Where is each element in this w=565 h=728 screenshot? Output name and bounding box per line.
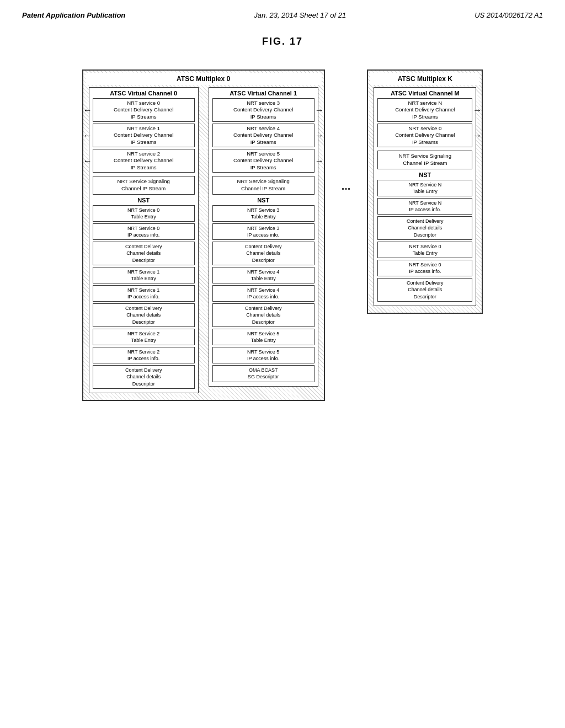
multiplex-k-title: ATSC Multiplex K [370,73,479,85]
channel-1-container: ATSC Virtual Channel 1 NRT service 3 Con… [209,87,318,387]
channel-m-title: ATSC Virtual Channel M [377,90,472,97]
header-left: Patent Application Publication [22,11,125,19]
channel-1-signaling: NRT Service Signaling Channel IP Stream [212,176,315,195]
nst-1-entry-2: Content Delivery Channel details Descrip… [212,242,315,265]
arrow-ch1-s0: → [315,104,324,116]
page-header: Patent Application Publication Jan. 23, … [22,11,543,19]
channel-m-signaling: NRT Service Signaling Channel IP Stream [377,151,472,169]
nst-m-entry-3: NRT Service 0 Table Entry [377,242,472,258]
channel-1-service-2: NRT service 5 Content Delivery Channel I… [212,149,315,173]
nst-0-entry-6: NRT Service 2 Table Entry [93,329,195,345]
arrow-ch0-s0: ← [83,104,92,116]
arrow-ch0-s1: ← [83,130,92,141]
nst-0-entry-2: Content Delivery Channel details Descrip… [93,242,195,265]
channel-m-service-0: NRT service N Content Delivery Channel I… [377,98,472,122]
multiplex-0: ATSC Multiplex 0 ATSC Virtual Channel 0 … [82,69,325,401]
channel-m-nst-label: NST [377,172,472,178]
figure-title: FIG. 17 [22,36,543,47]
channel-m-container: ATSC Virtual Channel M NRT service N Con… [374,87,476,306]
arrow-ch1-s2: → [315,155,324,167]
nst-m-entry-0: NRT Service N Table Entry [377,180,472,196]
nst-1-entry-8: OMA BCAST SG Descriptor [212,365,315,382]
arrow-chm-s0: → [473,104,482,116]
page: Patent Application Publication Jan. 23, … [0,0,565,728]
nst-0-entry-3: NRT Service 1 Table Entry [93,267,195,283]
nst-1-entry-4: NRT Service 4 IP access info. [212,285,315,302]
nst-m-entry-5: Content Delivery Channel details Descrip… [377,278,472,301]
nst-1-entry-7: NRT Service 5 IP access info. [212,347,315,363]
channel-0-container: ATSC Virtual Channel 0 NRT service 0 Con… [89,87,199,393]
nst-m-entry-2: Content Delivery Channel details Descrip… [377,216,472,239]
diagram-area: ATSC Multiplex 0 ATSC Virtual Channel 0 … [22,64,543,406]
nst-0-entry-5: Content Delivery Channel details Descrip… [93,303,195,326]
nst-1-entry-5: Content Delivery Channel details Descrip… [212,303,315,326]
header-right: US 2014/0026172 A1 [475,11,543,19]
channel-0-service-0: NRT service 0 Content Delivery Channel I… [93,98,195,122]
channel-1-nst-label: NST [212,197,315,204]
nst-0-entry-7: NRT Service 2 IP access info. [93,347,195,363]
channel-0-service-1: NRT service 1 Content Delivery Channel I… [93,124,195,147]
channel-1-service-1: NRT service 4 Content Delivery Channel I… [212,124,315,147]
header-center: Jan. 23, 2014 Sheet 17 of 21 [254,11,346,19]
nst-0-entry-1: NRT Service 0 IP access info. [93,223,195,240]
arrow-ch0-s2: ← [83,155,92,167]
nst-1-entry-1: NRT Service 3 IP access info. [212,223,315,240]
nst-0-entry-4: NRT Service 1 IP access info. [93,285,195,302]
channel-m-service-1: NRT service 0 Content Delivery Channel I… [377,124,472,147]
nst-1-entry-0: NRT Service 3 Table Entry [212,205,315,222]
nst-m-entry-4: NRT Service 0 IP access info. [377,260,472,276]
multiplex-0-title: ATSC Multiplex 0 [86,73,322,85]
arrow-chm-s1: → [473,130,482,141]
nst-1-entry-3: NRT Service 4 Table Entry [212,267,315,283]
channel-1: ATSC Virtual Channel 1 NRT service 3 Con… [205,85,322,395]
multiplex-0-columns: ATSC Virtual Channel 0 NRT service 0 Con… [86,85,322,395]
nst-1-entry-6: NRT Service 5 Table Entry [212,329,315,345]
channel-0-service-2: NRT service 2 Content Delivery Channel I… [93,149,195,173]
channel-1-service-0: NRT service 3 Content Delivery Channel I… [212,98,315,122]
multiplex-k: ATSC Multiplex K ATSC Virtual Channel M … [367,69,483,314]
nst-m-entry-1: NRT Service N IP access info. [377,198,472,215]
channel-0-nst-label: NST [93,197,195,204]
channel-0: ATSC Virtual Channel 0 NRT service 0 Con… [86,85,202,395]
nst-0-entry-8: Content Delivery Channel details Descrip… [93,365,195,388]
channel-1-title: ATSC Virtual Channel 1 [212,90,315,97]
channel-0-signaling: NRT Service Signaling Channel IP Stream [93,176,195,195]
channel-0-title: ATSC Virtual Channel 0 [93,90,195,97]
ellipsis: ... [342,69,351,192]
arrow-ch1-s1: → [315,130,324,141]
nst-0-entry-0: NRT Service 0 Table Entry [93,205,195,222]
